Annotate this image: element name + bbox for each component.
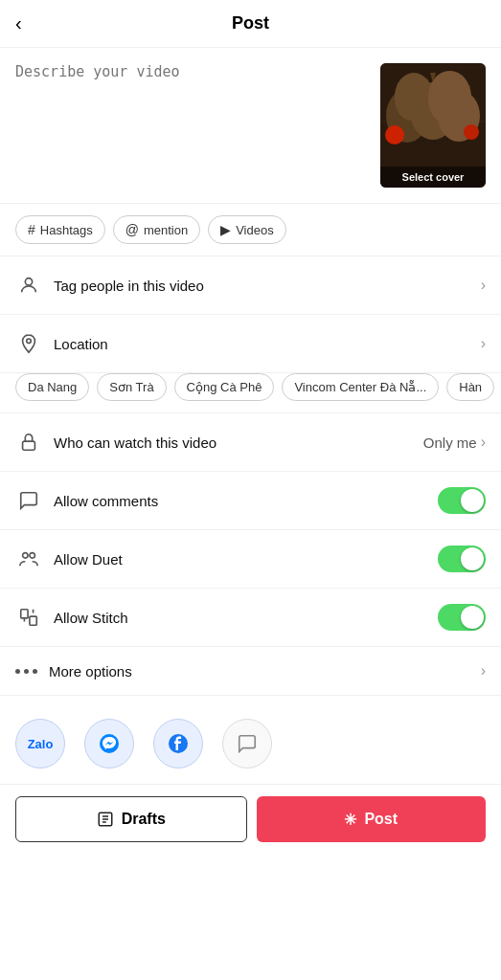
mention-chip[interactable]: @ mention: [113, 215, 200, 244]
allow-comments-row: Allow comments: [0, 472, 501, 530]
more-dots-icon: [15, 669, 37, 674]
location-tag-sontra[interactable]: Sơn Trà: [97, 373, 166, 401]
tag-people-label: Tag people in this video: [54, 278, 481, 294]
post-star-icon: ✳: [344, 811, 356, 829]
allow-comments-toggle[interactable]: [438, 487, 486, 514]
chevron-right-icon: ›: [481, 277, 486, 294]
svg-marker-12: [465, 84, 470, 94]
svg-point-20: [30, 553, 34, 559]
location-tags: Da Nang Sơn Trà Cộng Cà Phê Vincom Cente…: [0, 373, 501, 413]
page-title: Post: [232, 13, 269, 33]
lock-icon: [15, 429, 42, 456]
chevron-right-icon: ›: [481, 434, 486, 451]
stitch-icon: [15, 604, 42, 631]
svg-rect-21: [21, 610, 28, 618]
allow-duet-label: Allow Duet: [54, 551, 438, 568]
allow-stitch-label: Allow Stitch: [54, 610, 438, 626]
videos-label: Videos: [236, 223, 274, 237]
duet-icon: [15, 546, 42, 572]
privacy-row[interactable]: Who can watch this video Only me ›: [0, 413, 501, 472]
svg-marker-5: [404, 80, 410, 89]
allow-stitch-toggle[interactable]: [438, 604, 486, 631]
svg-point-16: [25, 278, 32, 285]
svg-point-17: [27, 339, 32, 344]
mention-icon: @: [125, 222, 139, 237]
location-tag-danang[interactable]: Da Nang: [15, 373, 89, 401]
svg-point-15: [464, 124, 479, 140]
header: ‹ Post: [0, 0, 501, 48]
videos-chip[interactable]: ▶ Videos: [208, 215, 286, 244]
allow-comments-label: Allow comments: [54, 493, 438, 509]
allow-duet-row: Allow Duet: [0, 530, 501, 589]
svg-marker-6: [412, 82, 418, 92]
facebook-share-button[interactable]: [153, 719, 203, 768]
location-icon: [15, 330, 42, 357]
svg-marker-11: [456, 80, 462, 90]
chevron-right-icon: ›: [481, 662, 486, 679]
post-label: Post: [364, 811, 398, 828]
post-button[interactable]: ✳ Post: [257, 796, 487, 842]
mention-label: mention: [144, 223, 188, 237]
more-options-row[interactable]: More options ›: [0, 647, 501, 696]
facebook-icon: [167, 732, 190, 755]
share-row: Zalo: [0, 696, 501, 784]
description-input[interactable]: [15, 63, 369, 188]
tag-chips: # Hashtags @ mention ▶ Videos: [0, 204, 501, 256]
select-cover-badge[interactable]: Select cover: [380, 167, 486, 188]
play-icon: ▶: [220, 222, 231, 237]
svg-point-14: [385, 125, 404, 145]
hashtags-label: Hashtags: [40, 223, 93, 237]
svg-rect-18: [23, 441, 35, 450]
back-button[interactable]: ‹: [15, 12, 22, 34]
allow-duet-toggle[interactable]: [438, 546, 486, 572]
message-icon: [237, 733, 258, 754]
svg-point-19: [23, 553, 28, 559]
video-thumbnail[interactable]: Select cover: [380, 63, 486, 188]
drafts-button[interactable]: Drafts: [15, 796, 247, 842]
chevron-right-icon: ›: [481, 335, 486, 352]
hashtags-chip[interactable]: # Hashtags: [15, 215, 105, 244]
hashtag-icon: #: [28, 222, 35, 237]
location-tag-han[interactable]: Hàn: [446, 373, 494, 401]
svg-marker-13: [448, 82, 454, 92]
location-tag-vincom[interactable]: Vincom Center Đà Nẵ...: [282, 373, 439, 401]
messenger-share-button[interactable]: [84, 719, 134, 768]
location-tag-cong[interactable]: Cộng Cà Phê: [174, 373, 275, 401]
person-icon: [15, 272, 42, 299]
allow-stitch-row: Allow Stitch: [0, 589, 501, 647]
tag-people-row[interactable]: Tag people in this video ›: [0, 256, 501, 315]
more-options-label: More options: [49, 663, 481, 679]
description-area: Select cover: [0, 48, 501, 204]
drafts-label: Drafts: [122, 811, 166, 828]
svg-rect-22: [30, 616, 36, 625]
comment-icon: [15, 487, 42, 514]
svg-marker-7: [397, 83, 402, 92]
zalo-label: Zalo: [28, 737, 54, 751]
zalo-share-button[interactable]: Zalo: [15, 719, 65, 768]
message-share-button[interactable]: [222, 719, 272, 768]
bottom-bar: Drafts ✳ Post: [0, 784, 501, 865]
messenger-icon: [98, 732, 121, 755]
privacy-value: Only me: [423, 434, 477, 451]
drafts-icon: [97, 811, 114, 828]
location-label: Location: [54, 336, 481, 352]
privacy-label: Who can watch this video: [54, 434, 423, 451]
svg-marker-10: [422, 78, 428, 87]
location-row[interactable]: Location ›: [0, 315, 501, 373]
svg-marker-9: [439, 77, 444, 87]
